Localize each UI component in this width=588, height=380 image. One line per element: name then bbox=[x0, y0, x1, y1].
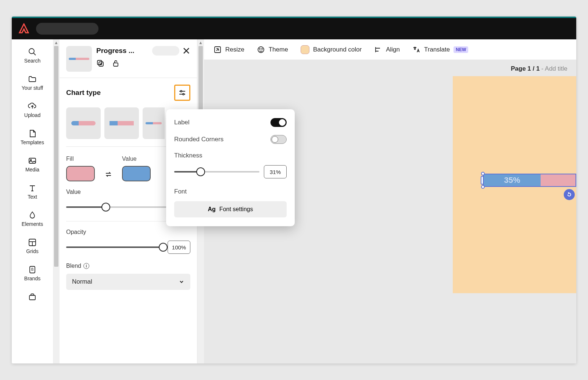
value-color-label: Value bbox=[122, 156, 151, 162]
selection-handle[interactable] bbox=[481, 185, 485, 189]
nav-elements[interactable]: Elements bbox=[12, 207, 53, 231]
nav-upload[interactable]: Upload bbox=[12, 98, 53, 122]
chart-type-option-1[interactable] bbox=[66, 107, 101, 139]
opacity-input[interactable]: 100% bbox=[168, 241, 190, 254]
value-slider[interactable] bbox=[66, 203, 179, 212]
resize-button[interactable]: Resize bbox=[214, 46, 244, 54]
nav-label: Text bbox=[28, 194, 37, 200]
canvas-toolbar: Resize Theme Background color Align Tran… bbox=[204, 39, 576, 60]
progress-bar-element[interactable]: 35% bbox=[483, 174, 576, 193]
folder-icon bbox=[28, 75, 37, 84]
chart-settings-popover: Label Rounded Corners Thickness 31% Font… bbox=[166, 109, 295, 226]
svg-point-23 bbox=[259, 49, 260, 49]
opacity-slider[interactable] bbox=[66, 243, 163, 252]
svg-line-1 bbox=[33, 53, 36, 55]
element-thumbnail bbox=[66, 46, 92, 72]
nav-grids[interactable]: Grids bbox=[12, 234, 53, 258]
close-panel-button[interactable] bbox=[182, 47, 190, 55]
chart-type-heading: Chart type bbox=[66, 89, 101, 97]
align-button[interactable]: Align bbox=[374, 46, 400, 54]
nav-search[interactable]: Search bbox=[12, 44, 53, 67]
reset-button[interactable] bbox=[564, 189, 575, 200]
nav-label: Upload bbox=[24, 112, 40, 118]
svg-rect-16 bbox=[114, 63, 118, 66]
chart-type-option-3[interactable] bbox=[143, 107, 165, 139]
nav-brands[interactable]: B Brands bbox=[12, 262, 53, 285]
font-settings-button[interactable]: Ag Font settings bbox=[174, 201, 287, 217]
info-icon[interactable]: i bbox=[83, 263, 89, 269]
svg-point-22 bbox=[258, 47, 264, 53]
translate-button[interactable]: Translate NEW bbox=[412, 46, 468, 54]
title-badge bbox=[152, 46, 179, 56]
rounded-corners-toggle[interactable] bbox=[270, 135, 287, 144]
topbar bbox=[12, 18, 576, 39]
nav-yourstuff[interactable]: Your stuff bbox=[12, 71, 53, 95]
swap-colors-button[interactable] bbox=[104, 170, 112, 178]
properties-panel: Progress ... Chart type bbox=[60, 39, 197, 363]
nav-media[interactable]: Media bbox=[12, 153, 53, 176]
search-icon bbox=[28, 47, 37, 56]
value-color-swatch[interactable] bbox=[122, 166, 151, 181]
chart-type-option-2[interactable] bbox=[104, 107, 139, 139]
lock-button[interactable] bbox=[112, 59, 120, 67]
thickness-label: Thickness bbox=[174, 152, 287, 159]
bgcolor-swatch-icon bbox=[301, 45, 309, 54]
templates-icon bbox=[28, 129, 37, 138]
artboard[interactable]: 35% bbox=[453, 76, 576, 293]
font-label: Font bbox=[174, 188, 287, 195]
fill-label: Fill bbox=[66, 156, 95, 162]
page-title[interactable]: Page 1 / 1 - Add title bbox=[511, 65, 567, 72]
text-icon bbox=[28, 184, 37, 192]
grids-icon bbox=[28, 238, 37, 247]
nav-templates[interactable]: Templates bbox=[12, 125, 53, 149]
element-title: Progress ... bbox=[96, 47, 149, 55]
duplicate-button[interactable] bbox=[96, 59, 104, 67]
nav-label: Brands bbox=[24, 276, 40, 281]
nav-scrollbar[interactable]: ▲ bbox=[53, 39, 60, 363]
label-toggle[interactable] bbox=[270, 118, 287, 127]
svg-point-0 bbox=[29, 49, 34, 54]
svg-point-24 bbox=[262, 49, 262, 49]
nav-label: Search bbox=[24, 58, 40, 64]
nav-label: Elements bbox=[22, 221, 43, 227]
background-color-button[interactable]: Background color bbox=[301, 45, 362, 54]
svg-text:B: B bbox=[31, 267, 34, 271]
nav-label: Grids bbox=[26, 248, 38, 254]
selection-handle[interactable] bbox=[481, 172, 485, 175]
new-badge: NEW bbox=[453, 46, 468, 53]
media-icon bbox=[28, 156, 37, 165]
blend-label: Blend i bbox=[66, 263, 190, 269]
progress-fill: 35% bbox=[484, 174, 541, 186]
fill-color-swatch[interactable] bbox=[66, 166, 95, 181]
theme-button[interactable]: Theme bbox=[257, 46, 288, 54]
addons-icon bbox=[28, 292, 37, 301]
svg-point-18 bbox=[180, 90, 182, 92]
app-logo bbox=[18, 23, 29, 34]
blend-dropdown[interactable]: Normal bbox=[66, 274, 190, 290]
rounded-toggle-label: Rounded Corners bbox=[174, 136, 223, 143]
label-toggle-label: Label bbox=[174, 119, 190, 126]
svg-point-20 bbox=[183, 93, 184, 95]
nav-text[interactable]: Text bbox=[12, 180, 53, 203]
svg-rect-9 bbox=[29, 295, 35, 300]
opacity-label: Opacity bbox=[66, 229, 190, 235]
nav-label: Your stuff bbox=[22, 85, 43, 91]
progress-rest bbox=[541, 174, 576, 186]
topbar-search-pill[interactable] bbox=[36, 23, 98, 35]
width-handle[interactable] bbox=[481, 176, 484, 185]
nav-more[interactable] bbox=[12, 289, 53, 305]
elements-icon bbox=[28, 211, 37, 220]
chart-settings-button[interactable] bbox=[174, 85, 190, 101]
left-nav: Search Your stuff Upload Templates Media… bbox=[12, 39, 53, 363]
upload-icon bbox=[28, 102, 37, 111]
thickness-slider[interactable] bbox=[174, 167, 259, 176]
nav-label: Templates bbox=[21, 139, 44, 145]
nav-label: Media bbox=[25, 167, 39, 173]
svg-rect-2 bbox=[29, 158, 36, 163]
brands-icon: B bbox=[28, 265, 37, 274]
thickness-input[interactable]: 31% bbox=[264, 165, 287, 178]
